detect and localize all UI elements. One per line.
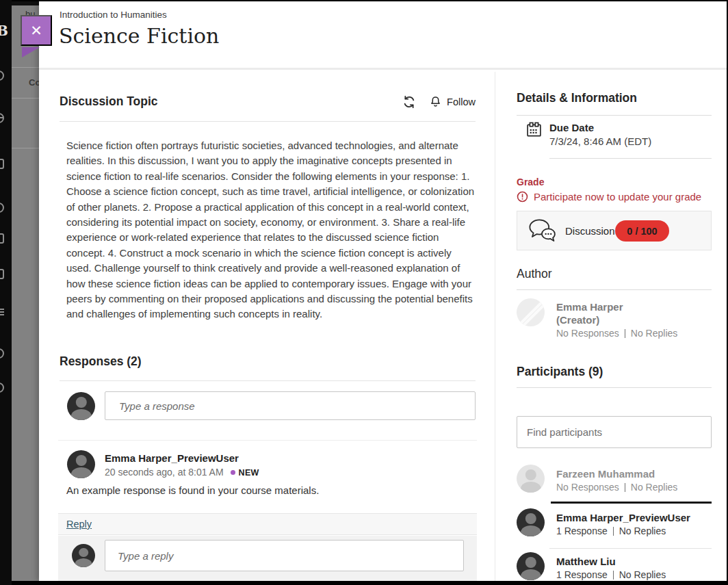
separator: [613, 571, 614, 580]
follow-button[interactable]: Follow: [429, 95, 476, 109]
dimmed-top-bar: [12, 1, 39, 5]
divider: [60, 380, 476, 381]
divider: [60, 121, 476, 122]
topic-actions: Follow: [333, 95, 476, 109]
response-input[interactable]: [105, 391, 476, 420]
divider: [517, 115, 712, 116]
reply-strip: Reply: [58, 513, 477, 535]
author-avatar: [517, 298, 545, 326]
screen: B bu Co Introduction to Humanities Scien…: [0, 0, 728, 585]
panel-header: Introduction to Humanities Science Ficti…: [39, 1, 727, 70]
calendar-nav-icon[interactable]: [0, 233, 4, 244]
author-heading: Author: [517, 267, 552, 281]
analytics-icon[interactable]: [0, 348, 4, 359]
messages-icon[interactable]: [0, 269, 4, 279]
participant-name[interactable]: Emma Harper_PreviewUser: [556, 512, 690, 523]
responses-heading: Responses (2): [60, 354, 142, 369]
dimmed-menu-fragment: Co: [29, 77, 39, 88]
participant-replies: No Replies: [619, 525, 666, 536]
divider: [549, 548, 712, 549]
discussion-topic-heading: Discussion Topic: [60, 94, 158, 109]
content-panel-icon[interactable]: [0, 159, 4, 169]
dimmed-divider: [12, 98, 39, 99]
participant-responses: 1 Response: [556, 569, 608, 580]
separator: [625, 483, 625, 492]
course-nav-rail: B: [0, 0, 12, 585]
participant-avatar: [517, 552, 545, 580]
grade-item[interactable]: Discussion 0 / 100: [517, 211, 712, 250]
participant-activity: No ResponsesNo Replies: [556, 482, 677, 493]
details-heading: Details & Information: [517, 91, 637, 105]
refresh-button[interactable]: [402, 95, 416, 109]
grade-type-label: Discussion: [565, 225, 615, 237]
response-meta: 20 seconds ago, at 8:01 AMNEW: [105, 467, 259, 478]
globe-icon[interactable]: [0, 113, 4, 123]
grade-alert-text: Participate now to update your grade: [534, 191, 701, 203]
reply-link[interactable]: Reply: [66, 519, 92, 530]
gradebook-icon[interactable]: [0, 307, 4, 317]
response-author-avatar: [67, 450, 95, 478]
author-name: Emma Harper: [556, 301, 623, 313]
participant-responses: No Responses: [556, 482, 619, 493]
breadcrumb: Introduction to Humanities: [60, 10, 167, 20]
participant-activity: 1 ResponseNo Replies: [556, 525, 666, 536]
participant-avatar: [517, 508, 545, 536]
groups-icon[interactable]: [0, 203, 4, 213]
dimmed-divider: [12, 148, 39, 148]
response-timestamp: 20 seconds ago, at 8:01 AM: [105, 467, 224, 478]
divider: [549, 158, 712, 159]
new-indicator-dot: [231, 470, 235, 475]
dimmed-divider: [12, 67, 39, 68]
participant-name[interactable]: Matthew Liu: [556, 556, 616, 567]
participant-activity: 1 ResponseNo Replies: [556, 569, 666, 580]
divider: [517, 289, 712, 290]
current-user-avatar-small: [72, 544, 95, 567]
separator: [613, 527, 614, 536]
close-icon: ✕: [30, 23, 42, 39]
alert-icon: [517, 191, 528, 203]
close-button[interactable]: ✕: [21, 15, 52, 46]
discussion-bubbles-icon: [529, 219, 556, 244]
follow-label: Follow: [447, 96, 476, 107]
discussion-prompt: Science fiction often portrays futuristi…: [66, 138, 477, 322]
due-date-label: Due Date: [549, 122, 594, 133]
due-date-value: 7/3/24, 8:46 AM (EDT): [549, 135, 651, 147]
divider: [58, 440, 477, 441]
response-body: An example response is found in your cou…: [66, 484, 319, 496]
response-author-name: Emma Harper_PreviewUser: [105, 452, 239, 464]
app-logo: B: [0, 23, 8, 39]
participants-heading: Participants (9): [517, 365, 603, 379]
new-badge: NEW: [239, 468, 259, 478]
score-pill[interactable]: 0 / 100: [615, 220, 669, 242]
author-replies: No Replies: [631, 328, 677, 339]
participant-replies: No Replies: [619, 569, 666, 580]
profile-icon[interactable]: [0, 70, 4, 81]
grade-alert: Participate now to update your grade: [517, 191, 701, 203]
participant-avatar: [517, 465, 545, 493]
current-user-avatar: [67, 392, 95, 420]
refresh-icon: [402, 95, 416, 109]
author-activity: No ResponsesNo Replies: [556, 328, 677, 339]
bell-icon: [429, 95, 442, 109]
reply-input[interactable]: [105, 540, 464, 571]
author-responses: No Responses: [556, 328, 619, 339]
dimmed-page-background: bu Co: [12, 1, 39, 581]
reply-compose-area: [58, 536, 477, 581]
author-role: (Creator): [556, 314, 599, 326]
clock-icon[interactable]: [0, 382, 4, 393]
column-divider: [495, 72, 495, 581]
list-focus-divider: [551, 502, 712, 504]
grade-label: Grade: [517, 177, 544, 187]
calendar-icon: [526, 122, 542, 138]
find-participants-input[interactable]: [517, 416, 712, 448]
participant-replies: No Replies: [631, 482, 677, 493]
divider: [517, 387, 712, 388]
page-title: Science Fiction: [59, 24, 219, 48]
discussion-panel: Introduction to Humanities Science Ficti…: [39, 1, 727, 581]
participant-responses: 1 Response: [556, 525, 608, 536]
participant-name[interactable]: Farzeen Muhammad: [556, 468, 655, 480]
separator: [625, 329, 625, 338]
